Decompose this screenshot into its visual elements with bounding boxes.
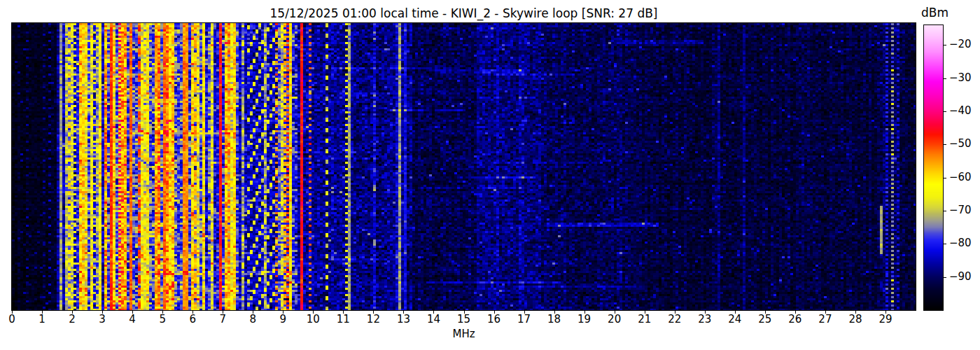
x-tick-label: 11	[337, 314, 350, 325]
colorbar-tick-label: −70	[949, 204, 972, 216]
x-tick-label: 13	[397, 314, 410, 325]
x-tick-label: 28	[848, 314, 862, 325]
colorbar-tick-label: −40	[949, 104, 972, 117]
x-tick-label: 2	[69, 314, 76, 325]
x-tick-label: 12	[367, 314, 380, 325]
x-tick-label: 22	[668, 314, 681, 325]
colorbar-tick-label: −50	[949, 137, 972, 150]
x-tick-label: 29	[878, 314, 892, 325]
colorbar-label: dBm	[921, 6, 948, 20]
x-tick-label: 25	[758, 314, 771, 325]
colorbar-tick-label: −80	[949, 237, 972, 249]
x-tick-label: 3	[99, 314, 106, 325]
colorbar-tick-mark	[944, 144, 946, 145]
x-tick-label: 15	[457, 314, 470, 325]
waterfall-plot	[12, 23, 916, 310]
colorbar-tick-label: −60	[949, 171, 972, 183]
x-tick-label: 16	[487, 314, 500, 325]
x-tick-label: 7	[219, 314, 226, 325]
x-tick-label: 10	[307, 314, 320, 325]
x-tick-label: 6	[189, 314, 196, 325]
colorbar-tick-mark	[944, 211, 946, 211]
waterfall-canvas	[12, 23, 916, 310]
colorbar-tick-label: −30	[949, 71, 972, 84]
x-tick-label: 17	[517, 314, 531, 325]
colorbar-tick-mark	[944, 277, 946, 278]
x-tick-label: 14	[427, 314, 440, 325]
colorbar-tick-mark	[944, 178, 946, 178]
x-tick-label: 4	[129, 314, 136, 325]
colorbar-tick-mark	[944, 111, 946, 112]
colorbar	[924, 25, 943, 310]
colorbar-tick-mark	[944, 45, 946, 46]
colorbar-tick-mark	[944, 244, 946, 244]
x-tick-label: 21	[638, 314, 651, 325]
x-tick-label: 23	[698, 314, 711, 325]
x-tick-label: 20	[608, 314, 621, 325]
colorbar-canvas	[924, 25, 943, 310]
x-tick-label: 26	[788, 314, 802, 325]
x-tick-label: 19	[578, 314, 591, 325]
x-tick-label: 5	[159, 314, 166, 325]
x-tick-label: 9	[280, 314, 287, 325]
x-tick-label: 8	[249, 314, 256, 325]
chart-title: 15/12/2025 01:00 local time - KIWI_2 - S…	[12, 6, 916, 20]
x-tick-label: 27	[818, 314, 832, 325]
colorbar-tick-label: −20	[949, 38, 972, 50]
x-axis-label: MHz	[12, 328, 916, 340]
spectrogram-figure: 15/12/2025 01:00 local time - KIWI_2 - S…	[0, 0, 980, 350]
x-tick-label: 0	[8, 314, 15, 325]
colorbar-tick-label: −90	[949, 270, 972, 283]
x-tick-label: 18	[547, 314, 561, 325]
x-tick-label: 24	[728, 314, 741, 325]
x-tick-label: 1	[38, 314, 46, 325]
colorbar-tick-mark	[944, 78, 946, 79]
